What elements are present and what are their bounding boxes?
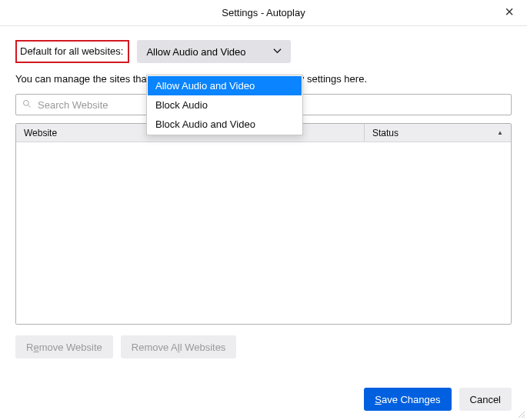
search-icon xyxy=(22,99,36,111)
col-status-header[interactable]: Status ▲ xyxy=(365,124,511,142)
sort-up-icon: ▲ xyxy=(497,129,503,136)
remove-all-websites-button[interactable]: Remove All Websites xyxy=(121,335,237,358)
svg-line-4 xyxy=(524,417,525,418)
save-changes-button[interactable]: Save Changes xyxy=(364,388,451,411)
default-dropdown[interactable]: Allow Audio and Video xyxy=(137,40,291,63)
default-dropdown-value: Allow Audio and Video xyxy=(146,46,245,58)
resize-grip-icon[interactable] xyxy=(516,409,525,418)
dropdown-option-block-av[interactable]: Block Audio and Video xyxy=(148,115,302,134)
remove-website-button[interactable]: Remove Website xyxy=(15,335,113,358)
website-table: Website Status ▲ xyxy=(15,123,512,325)
default-row: Default for all websites: Allow Audio an… xyxy=(15,40,512,63)
chevron-down-icon xyxy=(273,46,282,58)
default-dropdown-menu[interactable]: Allow Audio and Video Block Audio Block … xyxy=(146,75,303,135)
default-label: Default for all websites: xyxy=(15,40,129,63)
dialog-footer: Save Changes Cancel xyxy=(364,388,512,411)
svg-line-2 xyxy=(519,412,525,418)
dropdown-option-block-audio[interactable]: Block Audio xyxy=(148,95,302,115)
close-icon[interactable]: × xyxy=(496,0,522,25)
cancel-button[interactable]: Cancel xyxy=(459,388,512,411)
svg-line-1 xyxy=(28,105,31,107)
table-body xyxy=(16,142,511,324)
table-actions: Remove Website Remove All Websites xyxy=(15,335,512,358)
svg-point-0 xyxy=(24,100,29,105)
window-title: Settings - Autoplay xyxy=(222,7,305,18)
titlebar: Settings - Autoplay × xyxy=(0,0,527,26)
dropdown-option-allow-av[interactable]: Allow Audio and Video xyxy=(148,76,302,95)
